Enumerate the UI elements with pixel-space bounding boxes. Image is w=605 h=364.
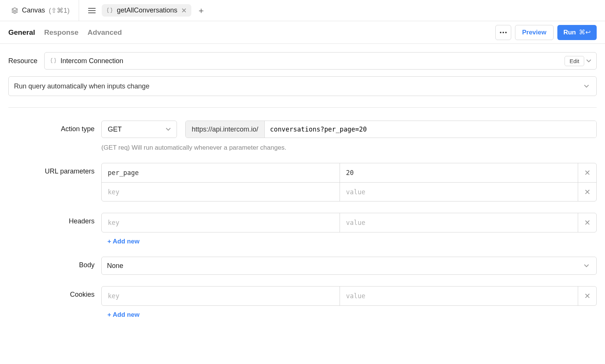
run-mode-select[interactable]: Run query automatically when inputs chan…: [8, 76, 597, 96]
url-path-input[interactable]: [265, 121, 596, 138]
chevron-down-icon: [164, 128, 173, 131]
url-bar: https://api.intercom.io/: [185, 121, 597, 138]
resource-select[interactable]: Intercom Connection Edit: [44, 52, 597, 70]
url-params-label: URL parameters: [8, 163, 101, 175]
more-menu-button[interactable]: [495, 25, 511, 40]
header-value-input[interactable]: [340, 213, 578, 232]
http-method-value: GET: [108, 125, 122, 133]
table-row: ✕: [102, 182, 596, 201]
table-row: ✕: [102, 287, 596, 305]
headers-table: ✕: [101, 213, 597, 232]
resource-label: Resource: [8, 52, 37, 70]
chevron-down-icon[interactable]: [584, 59, 593, 62]
canvas-nav-button[interactable]: Canvas (⇧⌘1): [0, 0, 79, 21]
cookies-table: ✕: [101, 286, 597, 306]
braces-icon: [106, 7, 113, 14]
row-delete-button[interactable]: ✕: [578, 187, 596, 197]
url-params-table: ✕ ✕: [101, 163, 597, 201]
run-mode-value: Run query automatically when inputs chan…: [14, 82, 149, 90]
body-type-select[interactable]: None: [101, 257, 597, 275]
param-key-input[interactable]: [102, 163, 340, 182]
resource-name: Intercom Connection: [60, 57, 123, 65]
url-base: https://api.intercom.io/: [186, 121, 265, 138]
tab-advanced[interactable]: Advanced: [88, 28, 122, 37]
svg-point-6: [505, 32, 507, 33]
svg-marker-0: [12, 8, 18, 11]
run-button-label: Run: [563, 29, 576, 36]
tab-response[interactable]: Response: [44, 28, 79, 37]
param-value-input[interactable]: [340, 183, 578, 201]
action-hint: (GET req) Will run automatically wheneve…: [101, 144, 597, 152]
body-label: Body: [8, 257, 101, 269]
row-delete-button[interactable]: ✕: [578, 218, 596, 227]
braces-icon: [50, 57, 57, 64]
table-row: ✕: [102, 213, 596, 232]
http-method-select[interactable]: GET: [101, 121, 177, 138]
chevron-down-icon: [582, 264, 591, 267]
cookie-value-input[interactable]: [340, 287, 578, 305]
canvas-label: Canvas: [22, 6, 45, 14]
svg-point-5: [503, 32, 504, 33]
cookies-add-new-button[interactable]: + Add new: [107, 311, 140, 319]
cookie-key-input[interactable]: [102, 287, 340, 305]
headers-add-new-button[interactable]: + Add new: [107, 238, 140, 245]
dots-icon: [500, 31, 507, 34]
row-delete-button[interactable]: ✕: [578, 291, 596, 300]
divider: [8, 107, 597, 108]
preview-button[interactable]: Preview: [515, 25, 554, 40]
param-key-input[interactable]: [102, 183, 340, 201]
tab-close-button[interactable]: ✕: [181, 7, 187, 14]
svg-point-4: [500, 32, 501, 33]
tab-general[interactable]: General: [8, 28, 35, 37]
run-shortcut: ⌘↩: [579, 28, 591, 36]
param-value-input[interactable]: [340, 163, 578, 182]
layers-icon: [11, 7, 18, 14]
tab-getAllConversations[interactable]: getAllConversations ✕: [102, 4, 191, 17]
headers-label: Headers: [8, 213, 101, 225]
tab-label: getAllConversations: [117, 6, 177, 14]
row-delete-button[interactable]: ✕: [578, 168, 596, 177]
header-key-input[interactable]: [102, 213, 340, 232]
tab-add-button[interactable]: ＋: [196, 5, 206, 16]
chevron-down-icon: [582, 85, 591, 88]
tabs-menu-button[interactable]: [87, 5, 97, 16]
resource-edit-button[interactable]: Edit: [565, 56, 584, 66]
cookies-label: Cookies: [8, 286, 101, 299]
action-type-label: Action type: [8, 121, 101, 133]
body-type-value: None: [107, 262, 123, 270]
run-button[interactable]: Run ⌘↩: [557, 25, 597, 40]
table-row: ✕: [102, 163, 596, 182]
canvas-shortcut: (⇧⌘1): [49, 6, 70, 15]
